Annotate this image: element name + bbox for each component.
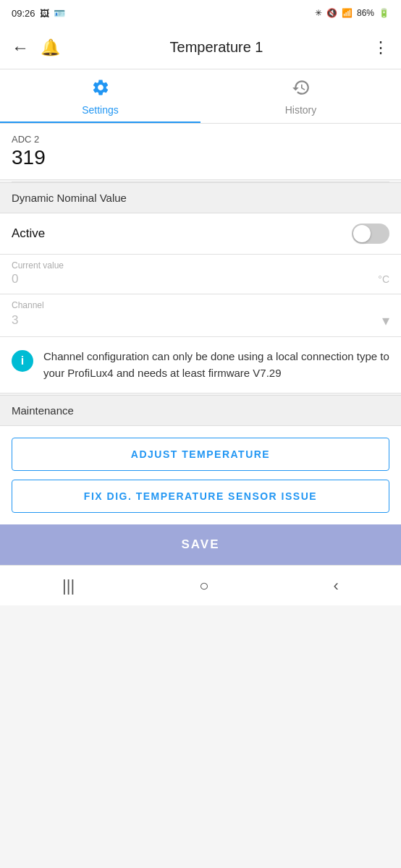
toggle-knob <box>353 225 371 242</box>
channel-section: Channel 3 ▾ <box>0 294 401 337</box>
nav-recent-button[interactable]: ||| <box>48 571 89 601</box>
page-title: Temperature 1 <box>66 39 367 56</box>
status-bar-right: ✳ 🔇 📶 86% 🔋 <box>315 8 389 18</box>
current-value-input[interactable]: 0 <box>12 272 18 286</box>
dropdown-arrow-icon[interactable]: ▾ <box>382 312 389 329</box>
adjust-temperature-button[interactable]: ADJUST TEMPERATURE <box>12 438 389 471</box>
active-row: Active <box>0 213 401 255</box>
status-bar: 09:26 🖼 🪪 ✳ 🔇 📶 86% 🔋 <box>0 0 401 26</box>
current-value-section: Current value 0 °C <box>0 255 401 294</box>
history-icon <box>292 78 311 101</box>
tab-settings-label: Settings <box>82 104 119 116</box>
bell-icon[interactable]: 🔔 <box>35 33 66 63</box>
adc-value: 319 <box>12 146 389 169</box>
app-bar: ← 🔔 Temperature 1 ⋮ <box>0 26 401 69</box>
nav-back-button[interactable]: ‹ <box>319 571 353 601</box>
wifi-icon: 📶 <box>342 8 353 18</box>
channel-value[interactable]: 3 <box>12 313 18 328</box>
sim-icon: 🪪 <box>54 8 65 19</box>
info-icon: i <box>12 350 33 372</box>
dynamic-nominal-header: Dynamic Nominal Value <box>0 182 401 213</box>
info-box: i Channel configuration can only be done… <box>0 337 401 393</box>
info-text: Channel configuration can only be done u… <box>43 349 389 381</box>
settings-icon <box>91 78 110 101</box>
mute-icon: 🔇 <box>326 8 337 18</box>
save-button[interactable]: SAVE <box>0 524 401 565</box>
save-bar: SAVE <box>0 524 401 565</box>
tab-history[interactable]: History <box>200 69 401 123</box>
channel-label: Channel <box>12 300 389 310</box>
adc-label: ADC 2 <box>12 134 389 145</box>
current-value-label: Current value <box>12 260 389 271</box>
current-value-unit: °C <box>378 273 389 285</box>
tabs: Settings History <box>0 69 401 124</box>
tab-history-label: History <box>285 104 317 116</box>
status-bar-left: 09:26 🖼 🪪 <box>12 8 65 19</box>
current-value-row: 0 °C <box>12 272 389 286</box>
content-area: ADC 2 319 Dynamic Nominal Value Active C… <box>0 124 401 524</box>
tab-settings[interactable]: Settings <box>0 69 200 123</box>
active-label: Active <box>12 226 45 241</box>
back-button[interactable]: ← <box>6 32 35 64</box>
channel-row: 3 ▾ <box>12 312 389 329</box>
nav-bar: ||| ○ ‹ <box>0 565 401 605</box>
more-options-button[interactable]: ⋮ <box>367 33 395 63</box>
fix-sensor-button[interactable]: FIX DIG. TEMPERATURE SENSOR ISSUE <box>12 480 389 513</box>
nav-home-button[interactable]: ○ <box>185 571 223 601</box>
maintenance-buttons: ADJUST TEMPERATURE FIX DIG. TEMPERATURE … <box>0 426 401 524</box>
bluetooth-icon: ✳ <box>315 8 322 18</box>
maintenance-header: Maintenance <box>0 395 401 426</box>
battery-icon: 🔋 <box>379 8 389 18</box>
photo-icon: 🖼 <box>40 8 49 19</box>
adc-section: ADC 2 319 <box>0 124 401 180</box>
active-toggle[interactable] <box>352 224 389 244</box>
status-time: 09:26 <box>12 8 35 19</box>
battery-text: 86% <box>357 8 374 18</box>
